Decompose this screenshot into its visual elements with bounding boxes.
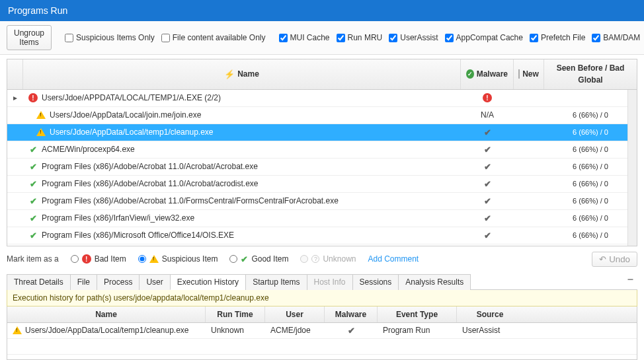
path-text: Users/Jdoe/AppData/Local/join.me/join.ex… (50, 110, 201, 120)
label: Seen Before / Bad (557, 63, 625, 73)
name-cell: Users/Jdoe/AppData/Local/join.me/join.ex… (23, 107, 461, 124)
detail-source: UserAssist (457, 326, 523, 335)
seen-cell: 6 (66%) / 0 (544, 210, 637, 227)
path-text: Program Files (x86)/Adobe/Acrobat 11.0/A… (42, 162, 258, 171)
undo-icon: ↶ (599, 254, 606, 264)
expand-toggle[interactable] (7, 193, 23, 209)
name-cell: !Users/Jdoe/APPDATA/LOCAL/TEMP1/A.EXE (2… (23, 90, 461, 106)
checkmark-icon: ✔ (28, 213, 38, 223)
new-cell (514, 210, 544, 227)
label: UserAssist (400, 33, 438, 42)
table-row[interactable]: ✔Program Files (x86)/Adobe/Acrobat 11.0/… (7, 159, 637, 176)
checkmark-icon: ✔ (28, 231, 38, 240)
warning-icon (13, 326, 22, 335)
scrollbar-vertical[interactable] (627, 90, 637, 246)
path-text: Program Files (x86)/Microsoft Office/Off… (42, 231, 234, 240)
tab-user[interactable]: User (139, 274, 170, 290)
grid-header: ⚡Name ✓Malware New Seen Before / BadGlob… (7, 59, 637, 90)
new-cell (514, 107, 544, 124)
table-row[interactable]: Users/Jdoe/AppData/Local/join.me/join.ex… (7, 107, 637, 124)
col-malware[interactable]: ✓Malware (461, 59, 514, 89)
dcol-malware[interactable]: Malware (325, 306, 378, 322)
label: Malware (477, 69, 508, 79)
table-row[interactable]: Users/Jdoe/AppData/Local/temp1/cleanup.e… (7, 124, 637, 141)
tab-file[interactable]: File (70, 274, 97, 290)
undo-button[interactable]: ↶Undo (592, 252, 637, 267)
checkmark-icon: ✔ (241, 254, 248, 264)
mark-bad[interactable]: !Bad Item (71, 254, 126, 264)
expand-toggle[interactable] (7, 227, 23, 244)
expand-toggle[interactable] (7, 210, 23, 227)
expand-toggle[interactable]: ▸ (7, 90, 23, 106)
detail-user: ACME/jdoe (265, 326, 325, 335)
dcol-user[interactable]: User (265, 306, 325, 322)
ungroup-button[interactable]: Ungroup Items (7, 25, 52, 50)
window-title: Programs Run (0, 0, 644, 21)
table-row[interactable]: ✔Program Files (x86)/Adobe/Acrobat 11.0/… (7, 176, 637, 193)
table-row[interactable]: ✔Program Files (x86)/Microsoft Office/Of… (7, 227, 637, 244)
col-name[interactable]: ⚡Name (23, 59, 461, 89)
tab-host-info: Host Info (307, 274, 353, 290)
view-bam-dam[interactable]: BAM/DAM (592, 33, 640, 42)
add-comment-link[interactable]: Add Comment (368, 254, 419, 264)
col-new[interactable]: New (514, 59, 544, 89)
grid-body[interactable]: ▸!Users/Jdoe/APPDATA/LOCAL/TEMP1/A.EXE (… (7, 90, 637, 246)
expand-toggle[interactable] (7, 124, 23, 141)
label: Unknown (323, 254, 356, 264)
label: Good Item (251, 254, 288, 264)
table-row[interactable]: ✔ACME/Win/procexp64.exe✔6 (66%) / 0 (7, 141, 637, 159)
question-icon: ? (311, 255, 319, 263)
view-userassist[interactable]: UserAssist (389, 33, 438, 42)
alert-icon: ! (82, 254, 91, 264)
detail-tabs: Threat DetailsFileProcessUserExecution H… (7, 273, 637, 290)
minimize-panel[interactable]: – (624, 273, 637, 289)
path-text: Program Files (x86)/IrfanView/i_view32.e… (42, 213, 194, 223)
info-bar: Execution history for path(s) users/jdoe… (7, 290, 637, 306)
dcol-runtime[interactable]: Run Time (206, 306, 265, 322)
malware-cell: ✔ (461, 227, 514, 244)
expand-toggle[interactable] (7, 176, 23, 192)
new-cell (514, 90, 544, 106)
col-seen[interactable]: Seen Before / BadGlobal (544, 59, 637, 89)
checkmark-icon: ✔ (28, 179, 38, 188)
expand-toggle[interactable] (7, 159, 23, 175)
expand-toggle[interactable] (7, 141, 23, 158)
seen-cell (544, 90, 637, 106)
toolbar: Ungroup Items Suspicious Items Only File… (0, 21, 644, 55)
label: File content available Only (173, 33, 266, 42)
seen-cell: 6 (66%) / 0 (544, 159, 637, 175)
detail-row[interactable]: Users/Jdoe/AppData/Local/temp1/cleanup.e… (7, 323, 637, 339)
label: Global (578, 75, 602, 85)
path-text: ACME/Win/procexp64.exe (42, 145, 135, 154)
tab-sessions[interactable]: Sessions (352, 274, 399, 290)
dcol-source[interactable]: Source (457, 306, 523, 322)
malware-cell: ✔ (461, 210, 514, 227)
shield-icon: ✓ (466, 69, 474, 79)
table-row[interactable]: ✔Program Files (x86)/Adobe/Acrobat 11.0/… (7, 193, 637, 210)
tab-process[interactable]: Process (97, 274, 140, 290)
checkmark-icon: ✔ (28, 145, 38, 154)
tab-analysis-results[interactable]: Analysis Results (398, 274, 471, 290)
table-row[interactable]: ✔Program Files (x86)/IrfanView/i_view32.… (7, 210, 637, 227)
filter-suspicious-only[interactable]: Suspicious Items Only (65, 33, 155, 42)
view-run-mru[interactable]: Run MRU (337, 33, 383, 42)
malware-cell: ✔ (461, 159, 514, 175)
mark-suspicious[interactable]: Suspicious Item (138, 254, 218, 264)
view-mui-cache[interactable]: MUI Cache (279, 33, 330, 42)
view-prefetch-file[interactable]: Prefetch File (530, 33, 585, 42)
table-row[interactable]: ▸!Users/Jdoe/APPDATA/LOCAL/TEMP1/A.EXE (… (7, 90, 637, 107)
tab-threat-details[interactable]: Threat Details (7, 274, 71, 290)
dcol-name[interactable]: Name (7, 306, 206, 322)
malware-cell: ✔ (461, 141, 514, 158)
tab-startup-items[interactable]: Startup Items (245, 274, 307, 290)
dcol-event[interactable]: Event Type (378, 306, 457, 322)
filter-file-content-only[interactable]: File content available Only (161, 33, 266, 42)
new-cell (514, 124, 544, 141)
mark-good[interactable]: ✔Good Item (229, 254, 288, 264)
view-appcompat-cache[interactable]: AppCompat Cache (445, 33, 523, 42)
expand-toggle[interactable] (7, 107, 23, 124)
empty-row (7, 339, 637, 355)
tab-execution-history[interactable]: Execution History (170, 274, 246, 290)
mark-unknown[interactable]: ?Unknown (300, 254, 356, 264)
seen-cell: 6 (66%) / 0 (544, 107, 637, 124)
